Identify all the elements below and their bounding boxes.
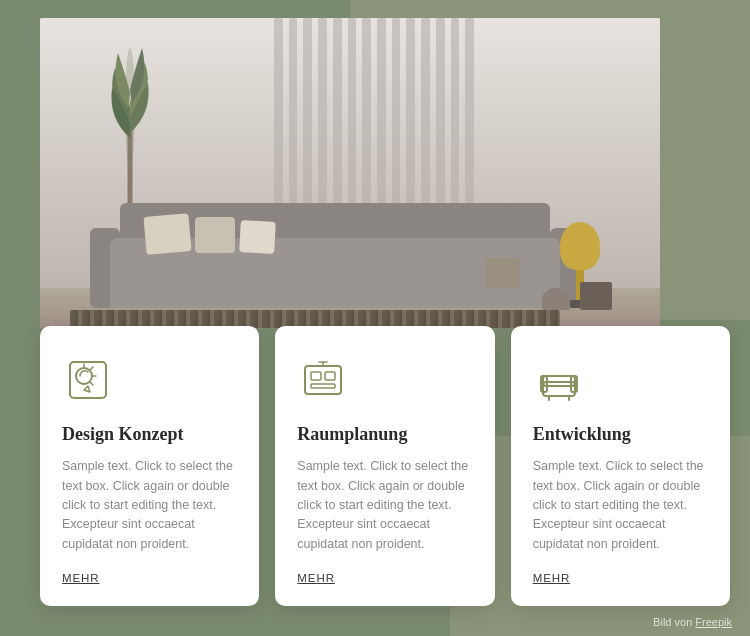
raumplanung-icon [297, 354, 472, 410]
svg-rect-6 [311, 384, 335, 388]
card-raumplanung: Raumplanung Sample text. Click to select… [275, 326, 494, 606]
card-entwicklung-text: Sample text. Click to select the text bo… [533, 457, 708, 554]
card-raumplanung-title: Raumplanung [297, 424, 472, 446]
card-raumplanung-text: Sample text. Click to select the text bo… [297, 457, 472, 554]
sofa [90, 188, 580, 308]
svg-rect-5 [325, 372, 335, 380]
freepik-link[interactable]: Freepik [695, 616, 732, 628]
svg-rect-4 [311, 372, 321, 380]
card-design-konzept-title: Design Konzept [62, 424, 237, 446]
card-design-konzept: Design Konzept Sample text. Click to sel… [40, 326, 259, 606]
card-design-konzept-text: Sample text. Click to select the text bo… [62, 457, 237, 554]
page-wrapper: Design Konzept Sample text. Click to sel… [0, 0, 750, 636]
cards-section: Design Konzept Sample text. Click to sel… [40, 326, 730, 606]
design-konzept-icon [62, 354, 237, 410]
hero-image [40, 18, 660, 328]
card-design-konzept-link[interactable]: MEHR [62, 572, 237, 584]
card-entwicklung-link[interactable]: MEHR [533, 572, 708, 584]
svg-rect-1 [70, 362, 106, 398]
card-raumplanung-link[interactable]: MEHR [297, 572, 472, 584]
card-entwicklung-title: Entwicklung [533, 424, 708, 446]
freepik-credit: Bild von Freepik [653, 616, 732, 628]
entwicklung-icon [533, 354, 708, 410]
svg-rect-3 [305, 366, 341, 394]
plant-decoration [100, 28, 160, 208]
card-entwicklung: Entwicklung Sample text. Click to select… [511, 326, 730, 606]
